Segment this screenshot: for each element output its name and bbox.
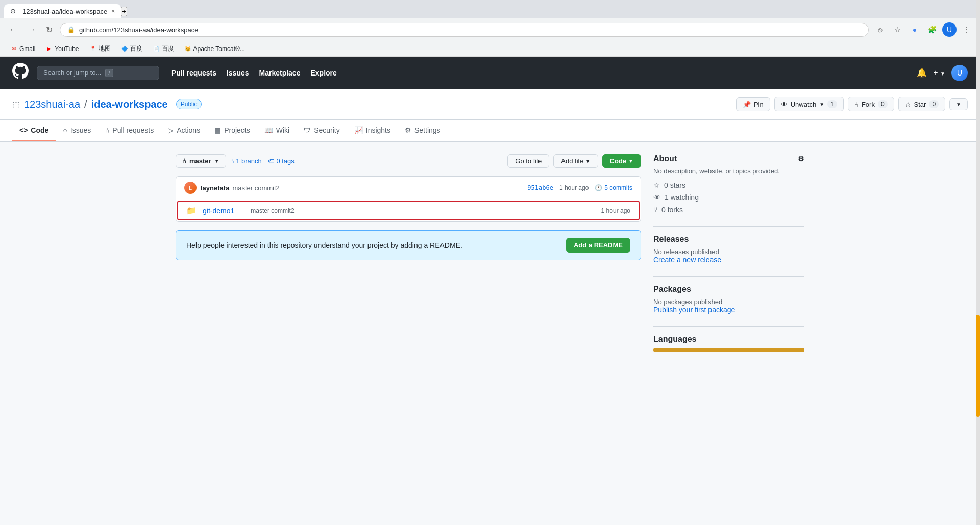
sidebar-divider-3 — [653, 326, 804, 327]
branch-selector-icon: ⑃ — [182, 157, 186, 165]
tags-link[interactable]: 🏷 0 tags — [268, 157, 295, 165]
tomcat-favicon-icon: 🐱 — [184, 45, 191, 53]
bookmark-misc2[interactable]: 📄 百度 — [149, 43, 178, 54]
tab-insights[interactable]: 📈 Insights — [347, 120, 398, 141]
fork-icon: ⑃ — [854, 101, 859, 108]
forks-count: 0 forks — [662, 206, 683, 214]
language-bar — [653, 348, 804, 352]
file-name-link[interactable]: git-demo1 — [203, 207, 234, 215]
forward-button[interactable]: → — [24, 23, 39, 36]
fork-button[interactable]: ⑃ Fork 0 — [848, 97, 894, 111]
branch-icon: ⑃ — [230, 157, 234, 165]
bookmark-youtube-label: YouTube — [55, 45, 79, 53]
github-nav: Pull requests Issues Marketplace Explore — [172, 69, 337, 77]
search-kbd: / — [105, 69, 113, 77]
notifications-button[interactable]: 🔔 — [917, 68, 927, 78]
cast-icon[interactable]: ⎋ — [873, 22, 887, 37]
repo-name-link[interactable]: idea-workspace — [91, 98, 168, 110]
commit-sha[interactable]: 951ab6e — [527, 184, 553, 191]
watch-button[interactable]: 👁 Unwatch ▼ 1 — [774, 97, 844, 111]
tab-insights-label: Insights — [366, 126, 390, 134]
tab-projects-label: Projects — [224, 126, 250, 134]
url-bar[interactable]: 🔒 github.com/123shuai-aa/idea-workspace — [60, 23, 869, 37]
tab-settings[interactable]: ⚙ Settings — [398, 120, 448, 141]
refresh-button[interactable]: ↻ — [43, 23, 56, 37]
settings-gear-icon[interactable]: ⚙ — [798, 155, 804, 163]
tab-code[interactable]: <> Code — [12, 120, 56, 141]
nav-issues[interactable]: Issues — [227, 69, 249, 77]
bookmark-gmail[interactable]: ✉ Gmail — [6, 44, 39, 54]
github-search[interactable]: Search or jump to... / — [37, 66, 159, 80]
menu-icon[interactable]: ⋮ — [960, 22, 974, 37]
tag-icon: 🏷 — [268, 157, 275, 165]
code-tab-icon: <> — [19, 126, 28, 134]
bookmark-tomcat[interactable]: 🐱 Apache Tomcat®... — [180, 44, 249, 54]
tab-security[interactable]: 🛡 Security — [297, 120, 347, 141]
tab-wiki[interactable]: 📖 Wiki — [257, 120, 297, 141]
create-button[interactable]: + ▼ — [933, 68, 945, 78]
tab-bar: ⊙ 123shuai-aa/idea-workspace × + — [0, 0, 980, 18]
chrome-icon[interactable]: ● — [908, 22, 922, 37]
bookmark-misc1[interactable]: 🔷 百度 — [117, 43, 146, 54]
star-icon: ☆ — [905, 101, 911, 108]
nav-marketplace[interactable]: Marketplace — [259, 69, 301, 77]
watch-count: 1 — [827, 100, 837, 108]
tab-close-button[interactable]: × — [111, 8, 115, 15]
tab-projects[interactable]: ▦ Projects — [207, 120, 257, 141]
nav-explore[interactable]: Explore — [310, 69, 336, 77]
star-button[interactable]: ☆ Star 0 — [898, 97, 946, 111]
commit-history-link[interactable]: 🕐 5 commits — [595, 184, 632, 191]
add-file-button[interactable]: Add file ▼ — [553, 154, 598, 168]
file-toolbar-right: Go to file Add file ▼ Code ▼ — [507, 154, 641, 168]
commit-author[interactable]: laynefafa — [201, 184, 229, 192]
tab-pull-requests[interactable]: ⑃ Pull requests — [98, 120, 161, 141]
bookmark-maps[interactable]: 📍 地图 — [85, 43, 115, 54]
github-logo[interactable] — [12, 63, 29, 83]
code-button-label: Code — [610, 157, 627, 165]
eye-stat-icon: 👁 — [653, 193, 660, 202]
scrollbar[interactable] — [976, 0, 980, 377]
star-dropdown-button[interactable]: ▼ — [949, 98, 968, 110]
branch-selector[interactable]: ⑃ master ▼ — [176, 154, 226, 168]
browser-chrome: ⊙ 123shuai-aa/idea-workspace × + ← → ↻ 🔒… — [0, 0, 980, 57]
bookmark-icon[interactable]: ☆ — [890, 22, 904, 37]
github-page: Search or jump to... / Pull requests Iss… — [0, 57, 980, 377]
repo-owner-link[interactable]: 123shuai-aa — [24, 98, 80, 110]
bookmark-youtube[interactable]: ▶ YouTube — [41, 44, 83, 54]
file-toolbar: ⑃ master ▼ ⑃ 1 branch 🏷 0 tags Go to fil… — [176, 154, 641, 168]
packages-section: Packages No packages published Publish y… — [653, 285, 804, 314]
add-readme-button[interactable]: Add a README — [566, 238, 630, 253]
youtube-favicon-icon: ▶ — [45, 45, 53, 53]
active-tab[interactable]: ⊙ 123shuai-aa/idea-workspace × — [4, 4, 121, 18]
extension-icon[interactable]: 🧩 — [925, 22, 939, 37]
fork-count: 0 — [878, 100, 888, 108]
code-button[interactable]: Code ▼ — [602, 154, 641, 168]
scrollbar-thumb[interactable] — [976, 315, 980, 377]
tab-issues[interactable]: ○ Issues — [56, 120, 98, 141]
bookmark-misc1-label: 百度 — [130, 44, 142, 53]
tab-actions[interactable]: ▷ Actions — [161, 120, 207, 141]
repo-header: ⬚ 123shuai-aa / idea-workspace Public 📌 … — [0, 89, 980, 120]
file-commit-message: master commit2 — [251, 207, 595, 214]
commit-time: 1 hour ago — [559, 184, 589, 191]
nav-pull-requests[interactable]: Pull requests — [172, 69, 216, 77]
user-avatar[interactable]: U — [951, 65, 968, 81]
fork-label: Fork — [862, 101, 875, 108]
pin-button[interactable]: 📌 Pin — [736, 97, 770, 111]
clock-icon: 🕐 — [595, 184, 602, 191]
releases-section: Releases No releases published Create a … — [653, 235, 804, 264]
back-button[interactable]: ← — [6, 23, 20, 36]
maps-favicon-icon: 📍 — [89, 45, 96, 53]
new-tab-button[interactable]: + — [121, 7, 127, 16]
branches-link[interactable]: ⑃ 1 branch — [230, 157, 262, 165]
publish-package-link[interactable]: Publish your first package — [653, 306, 735, 314]
create-release-link[interactable]: Create a new release — [653, 256, 721, 264]
releases-title: Releases — [653, 235, 804, 244]
github-header-right: 🔔 + ▼ U — [917, 65, 968, 81]
profile-icon[interactable]: U — [942, 22, 957, 37]
goto-file-button[interactable]: Go to file — [507, 154, 549, 168]
readme-banner: Help people interested in this repositor… — [176, 230, 641, 260]
projects-tab-icon: ▦ — [214, 126, 221, 134]
stars-stat: ☆ 0 stars — [653, 181, 804, 189]
misc1-favicon-icon: 🔷 — [121, 45, 128, 53]
